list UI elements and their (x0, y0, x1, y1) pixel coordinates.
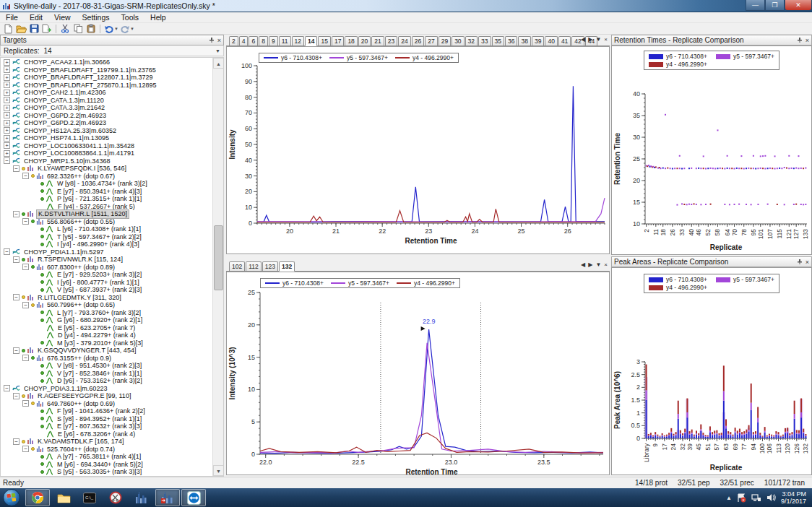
action-center-flag-icon[interactable]: x (737, 493, 746, 503)
publish-button[interactable] (40, 23, 53, 34)
replicate-tab-24[interactable]: 24 (398, 36, 410, 46)
taskbar-skyline-daily-button[interactable] (155, 489, 180, 506)
collapse-icon[interactable]: − (4, 248, 10, 255)
replicate-tab-2[interactable]: 2 (229, 36, 238, 46)
replicate-tab-9[interactable]: 9 (269, 36, 278, 46)
expand-icon[interactable]: + (4, 105, 10, 111)
replicate-tab-112[interactable]: 112 (246, 261, 262, 271)
collapse-icon[interactable]: − (22, 302, 29, 308)
tree-row-protein[interactable]: +CHOYP_CAH2.1.1|m.42306 (1, 89, 212, 97)
paste-button[interactable] (85, 23, 98, 34)
tree-row-transition[interactable]: D [y6] - 753.3162+ (rank 3)[2] (1, 377, 212, 385)
replicate-tab-27[interactable]: 27 (425, 36, 437, 46)
replicate-tab-32[interactable]: 32 (465, 36, 478, 46)
tree-row-protein[interactable]: +CHOYP_HSP74.1.1|m.13095 (1, 134, 212, 142)
collapse-icon[interactable]: − (4, 157, 10, 164)
replicate-tab-29[interactable]: 29 (439, 36, 451, 46)
tab-list-icon[interactable]: ▼ (595, 261, 601, 268)
restore-button[interactable]: ❐ (765, 0, 785, 11)
tree-row-transition[interactable]: V [y7] - 852.3846+ (rank 1)[1] (1, 370, 212, 378)
replicate-tab-21[interactable]: 21 (371, 36, 384, 46)
tab-list-icon[interactable]: ▼ (595, 36, 601, 43)
pa-chart[interactable]: 00.511.522.53Library91724323945515763697… (612, 268, 811, 474)
replicate-tab-132[interactable]: 132 (279, 261, 295, 272)
minimize-button[interactable]: — (746, 0, 765, 11)
taskbar-teamviewer-button[interactable] (181, 489, 206, 506)
taskbar-snipping-button[interactable] (103, 489, 128, 506)
tree-row-protein[interactable]: +CHOYP_ACAA2.1.1|m.30666 (1, 58, 212, 66)
replicate-tab-33[interactable]: 33 (478, 36, 491, 46)
tree-row-protein[interactable]: +CHOYP_CATA.3.3|m.21642 (1, 104, 212, 112)
redo-dropdown-icon[interactable]: ▼ (130, 27, 134, 31)
show-hidden-icons[interactable]: ▲ (726, 495, 732, 501)
replicates-selector[interactable]: Replicates: 14 ▼ (0, 46, 224, 56)
tree-row-protein[interactable]: +CHOYP_G6PD.2.2|m.46923 (1, 119, 212, 127)
tree-row-transition[interactable]: G [y6] - 680.2920+ (rank 2)[1] (1, 316, 212, 324)
menu-view[interactable]: View (48, 13, 77, 22)
close-panel-icon[interactable]: × (217, 37, 221, 44)
tree-row-transition[interactable]: E [y7] - 807.3632+ (rank 3)[3] (1, 422, 212, 430)
replicate-tab-20[interactable]: 20 (358, 36, 371, 46)
tree-row-peptide[interactable]: −K.DSTVLTIAHR.L [1511, 1520] (1, 210, 212, 218)
tree-row-transition[interactable]: I [y6] - 800.4777+ (rank 1)[1] (1, 279, 212, 287)
chromatogram-top-chart[interactable]: 010203040506070809010020212223242526Rete… (227, 47, 609, 254)
scroll-up-icon[interactable]: ▲ (213, 58, 224, 69)
replicate-tab-17[interactable]: 17 (332, 36, 344, 46)
taskbar-skyline-button[interactable] (129, 489, 154, 506)
replicate-tab-40[interactable]: 40 (545, 36, 557, 46)
close-panel-icon[interactable]: × (805, 259, 809, 266)
replicate-tab-6[interactable]: 6 (249, 36, 258, 46)
pin-icon[interactable] (797, 259, 803, 265)
tree-row-peptide[interactable]: −R.TSPEIVNWLR.K [115, 124] (1, 256, 212, 264)
tree-row-peptide[interactable]: −K.VADAMSTDLK.F [165, 174] (1, 438, 212, 446)
start-button[interactable] (3, 489, 20, 506)
tree-row-protein[interactable]: +CHOYP_LOC100633041.1.1|m.35428 (1, 142, 212, 150)
close-tab-icon[interactable]: × (604, 261, 608, 268)
replicate-tab-11[interactable]: 11 (279, 36, 291, 46)
expand-icon[interactable]: + (4, 127, 10, 134)
collapse-icon[interactable]: − (13, 211, 20, 217)
tree-row-precursor[interactable]: −607.8300++ (dotp 0.89) (1, 264, 212, 272)
replicate-tab-102[interactable]: 102 (229, 261, 245, 271)
tree-row-transition[interactable]: T [y5] - 597.3467+ (rank 2)[2] (1, 233, 212, 241)
taskbar-clock[interactable]: 3:04 PM 9/1/2017 (781, 490, 806, 505)
collapse-icon[interactable]: − (13, 438, 20, 445)
tree-row-transition[interactable]: E [y7] - 929.5203+ (rank 3)[2] (1, 271, 212, 279)
tree-row-protein[interactable]: −CHOYP_PDIA1.1.1|m.5297 (1, 248, 212, 256)
replicate-tab-38[interactable]: 38 (518, 36, 530, 46)
collapse-icon[interactable]: − (22, 173, 29, 179)
tree-row-transition[interactable]: V [y5] - 687.3937+ (rank 2)[3] (1, 286, 212, 294)
volume-icon[interactable] (766, 493, 776, 502)
tree-row-protein[interactable]: +CHOYP_G6PD.2.2|m.46923 (1, 112, 212, 120)
expand-icon[interactable]: + (4, 74, 10, 81)
tree-row-transition[interactable]: M [y6] - 694.3440+ (rank 5)[2] (1, 461, 212, 469)
tree-row-transition[interactable]: E [y5] - 623.2705+ (rank 7) (1, 324, 212, 332)
tree-row-transition[interactable]: S [y8] - 894.3952+ (rank 1)[1] (1, 415, 212, 423)
scroll-left-icon[interactable]: ◀ (581, 261, 585, 268)
replicate-tab-12[interactable]: 12 (292, 36, 304, 46)
chromatogram-bottom-chart[interactable]: 051015202522.022.523.023.5Retention Time… (227, 272, 609, 474)
replicate-tab-36[interactable]: 36 (505, 36, 517, 46)
replicate-tab-41[interactable]: 41 (558, 36, 571, 46)
tree-row-transition[interactable]: L [y6] - 710.4308+ (rank 1)[1] (1, 225, 212, 233)
expand-icon[interactable]: + (4, 82, 10, 88)
replicate-tab-26[interactable]: 26 (412, 36, 424, 46)
tree-row-precursor[interactable]: −525.7604++ (dotp 0.74) (1, 446, 212, 454)
tree-row-transition[interactable]: W [y8] - 1036.4734+ (rank 3)[2] (1, 180, 212, 188)
taskbar-chrome-button[interactable] (25, 489, 50, 506)
tree-row-protein[interactable]: +CHOYP_BRAFLDRAFT_122807.1.1|m.3729 (1, 74, 212, 82)
tree-row-transition[interactable]: L [y7] - 793.3760+ (rank 3)[2] (1, 309, 212, 317)
close-tab-icon[interactable]: × (604, 36, 608, 43)
replicate-tab-4[interactable]: 4 (239, 36, 249, 46)
collapse-icon[interactable]: − (22, 355, 29, 361)
menu-tools[interactable]: Tools (116, 13, 145, 22)
expand-icon[interactable]: + (4, 135, 10, 142)
collapse-icon[interactable]: − (13, 256, 20, 263)
save-button[interactable] (27, 23, 40, 34)
tree-row-transition[interactable]: A [y7] - 765.3811+ (rank 4)[1] (1, 453, 212, 461)
collapse-icon[interactable]: − (13, 347, 20, 354)
replicate-tab-15[interactable]: 15 (318, 36, 330, 46)
cut-button[interactable] (59, 23, 72, 34)
menu-help[interactable]: Help (144, 13, 172, 22)
tree-row-protein[interactable]: +CHOYP_LOC100883864.1.1|m.41791 (1, 150, 212, 157)
